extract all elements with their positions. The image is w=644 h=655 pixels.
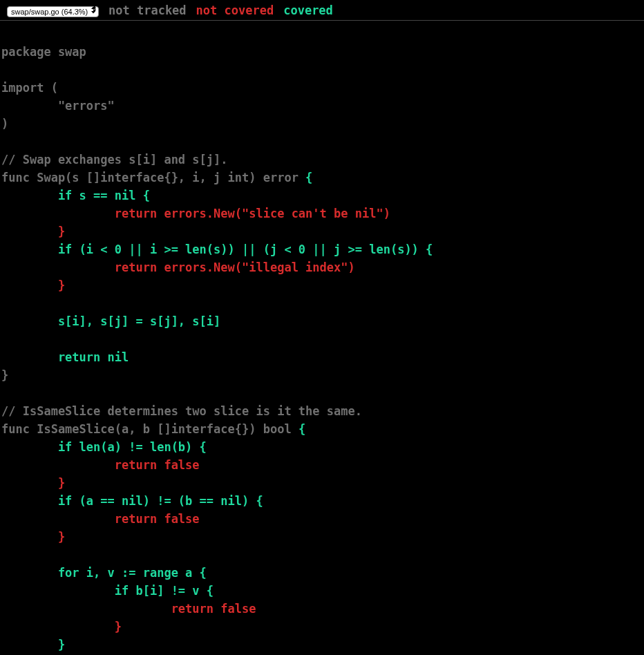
code-line: func IsSameSlice(a, b []interface{}) boo… bbox=[1, 422, 305, 436]
code-line: if b[i] != v { bbox=[1, 584, 214, 598]
code-line: return false bbox=[1, 602, 256, 616]
code-line: ) bbox=[1, 117, 8, 131]
code-line: if len(a) != len(b) { bbox=[1, 440, 207, 454]
code-line: return errors.New("illegal index") bbox=[1, 260, 355, 274]
code-line: if (i < 0 || i >= len(s)) || (j < 0 || j… bbox=[1, 243, 433, 256]
code-line: } bbox=[1, 620, 122, 634]
code-line: for i, v := range a { bbox=[1, 566, 207, 580]
code-line: func Swap(s []interface{}, i, j int) err… bbox=[1, 171, 312, 184]
header-bar: swap/swap.go (64.3%) ▲▼ not tracked not … bbox=[0, 0, 644, 21]
code-line: // Swap exchanges s[i] and s[j]. bbox=[1, 153, 228, 167]
code-view: package swap import ( "errors" ) // Swap… bbox=[0, 21, 644, 655]
legend-not-tracked: not tracked bbox=[108, 3, 187, 17]
code-line: if (a == nil) != (b == nil) { bbox=[1, 494, 263, 508]
code-seg: func IsSameSlice(a, b []interface{}) boo… bbox=[1, 422, 299, 436]
code-line: return errors.New("slice can't be nil") bbox=[1, 207, 390, 220]
code-line: } bbox=[1, 638, 65, 652]
code-line: package swap bbox=[1, 45, 86, 59]
code-line: } bbox=[1, 225, 65, 238]
code-seg: func Swap(s []interface{}, i, j int) err… bbox=[1, 171, 305, 184]
code-line: "errors" bbox=[1, 99, 115, 113]
code-line: } bbox=[1, 278, 65, 292]
code-line: // IsSameSlice determines two slice is i… bbox=[1, 404, 362, 418]
code-line: if s == nil { bbox=[1, 189, 150, 202]
code-line: return false bbox=[1, 512, 200, 526]
code-seg: { bbox=[299, 422, 305, 436]
code-line: s[i], s[j] = s[j], s[i] bbox=[1, 314, 220, 328]
code-line: } bbox=[1, 476, 65, 490]
code-line: } bbox=[1, 368, 8, 382]
code-line: import ( bbox=[1, 81, 58, 95]
code-seg: { bbox=[305, 171, 312, 184]
code-line: } bbox=[1, 530, 65, 544]
file-select-wrap: swap/swap.go (64.3%) ▲▼ bbox=[7, 3, 99, 17]
code-line: return false bbox=[1, 458, 200, 472]
legend-covered: covered bbox=[283, 3, 333, 17]
code-line: return nil bbox=[1, 350, 129, 364]
file-selector[interactable]: swap/swap.go (64.3%) bbox=[7, 6, 99, 17]
legend-not-covered: not covered bbox=[196, 3, 274, 17]
